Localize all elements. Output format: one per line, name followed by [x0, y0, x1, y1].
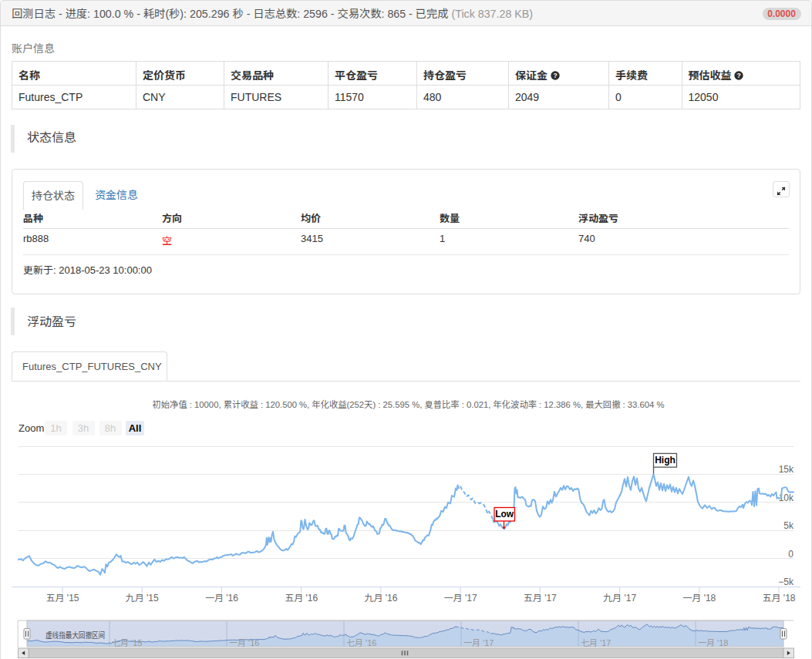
- svg-text:九月 '16: 九月 '16: [364, 593, 397, 604]
- svg-text:九月 '17: 九月 '17: [603, 593, 636, 604]
- svg-text:一月 '18: 一月 '18: [698, 638, 728, 647]
- svg-text:五月 '18: 五月 '18: [763, 593, 796, 604]
- svg-text:?: ?: [553, 72, 557, 79]
- svg-text:Low: Low: [495, 509, 514, 519]
- svg-text:15k: 15k: [779, 464, 794, 475]
- svg-text:七月 '17: 七月 '17: [581, 638, 611, 647]
- svg-text:五月 '17: 五月 '17: [524, 593, 557, 604]
- svg-text:一月 '17: 一月 '17: [463, 638, 494, 647]
- svg-text:五月 '15: 五月 '15: [46, 593, 79, 604]
- svg-text:一月 '16: 一月 '16: [205, 593, 238, 604]
- svg-text:0: 0: [788, 549, 793, 560]
- svg-text:一月 '17: 一月 '17: [444, 593, 477, 604]
- svg-text:七月 '16: 七月 '16: [346, 638, 376, 647]
- svg-text:High: High: [655, 455, 676, 466]
- svg-text:?: ?: [737, 72, 741, 79]
- svg-text:一月 '18: 一月 '18: [682, 593, 716, 604]
- svg-text:五月 '16: 五月 '16: [285, 593, 318, 604]
- svg-text:5k: 5k: [783, 520, 794, 531]
- svg-text:七月 '15: 七月 '15: [112, 638, 142, 647]
- svg-text:九月 '15: 九月 '15: [126, 593, 159, 604]
- svg-text:一月 '16: 一月 '16: [229, 638, 259, 647]
- svg-text:虚线指最大回撤区间: 虚线指最大回撤区间: [45, 630, 105, 640]
- svg-text:−5k: −5k: [778, 577, 794, 587]
